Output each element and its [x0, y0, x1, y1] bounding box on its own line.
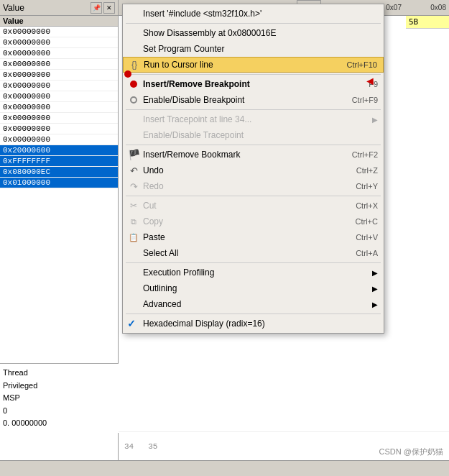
breakpoint-icon	[127, 78, 140, 91]
table-row: 0x00000000	[0, 59, 118, 70]
insert-bookmark-shortcut: Ctrl+F2	[352, 150, 378, 159]
line-num-35: 35	[148, 442, 157, 451]
table-row: 0x00000000	[0, 124, 118, 134]
circle-icon	[127, 93, 140, 106]
set-program-counter-label: Set Program Counter	[143, 44, 378, 54]
enable-tracepoint-label: Enable/Disable Tracepoint	[143, 130, 378, 140]
insert-include-label: Insert '#include <stm32f10x.h>'	[143, 9, 378, 19]
menu-separator-5	[126, 196, 381, 196]
copy-label: Copy	[143, 216, 341, 226]
menu-item-copy[interactable]: ⧉ Copy Ctrl+C	[123, 214, 384, 229]
redo-label: Redo	[143, 181, 341, 191]
status-bar	[0, 460, 449, 476]
menu-item-cut[interactable]: ✂ Cut Ctrl+X	[123, 198, 384, 214]
menu-item-enable-breakpoint[interactable]: Enable/Disable Breakpoint Ctrl+F9	[123, 92, 384, 108]
reg-table-header: Value	[0, 16, 118, 27]
enable-breakpoint-label: Enable/Disable Breakpoint	[143, 95, 338, 105]
menu-item-advanced[interactable]: Advanced ▶	[123, 296, 384, 312]
panel-title: Value	[3, 3, 24, 13]
menu-item-paste[interactable]: 📋 Paste Ctrl+V	[123, 229, 384, 245]
show-disassembly-label: Show Disassembly at 0x0800016E	[143, 28, 378, 38]
menu-item-redo[interactable]: ↷ Redo Ctrl+Y	[123, 178, 384, 194]
paste-label: Paste	[143, 232, 341, 242]
table-row: 0x00000000	[0, 102, 118, 113]
menu-item-hexadecimal-display[interactable]: ✓ Hexadecimal Display (radix=16)	[123, 316, 384, 331]
redo-shortcut: Ctrl+Y	[356, 182, 378, 191]
code-hex-5b: 5B	[406, 16, 449, 29]
copy-icon: ⧉	[127, 215, 140, 228]
undo-icon: ↶	[127, 164, 140, 177]
hex-value-07: 0x07	[386, 4, 429, 12]
table-row-selected: 0x20000600	[0, 145, 118, 156]
cut-label: Cut	[143, 201, 341, 211]
hex-value-08: 0x08	[430, 4, 446, 12]
submenu-arrow-tracepoint: ▶	[372, 116, 378, 124]
menu-separator-1	[126, 23, 381, 24]
table-row: 0x00000000	[0, 91, 118, 102]
menu-item-insert-include[interactable]: Insert '#include <stm32f10x.h>'	[123, 6, 384, 22]
insert-tracepoint-label: Insert Tracepoint at line 34...	[143, 114, 366, 124]
arrow-indicator: ◄	[364, 75, 376, 88]
line-num-34: 34	[124, 442, 134, 451]
run-to-cursor-label: Run to Cursor line	[144, 60, 333, 70]
undo-label: Undo	[143, 165, 342, 175]
msp-label: MSP	[3, 392, 116, 405]
table-row: 0x00000000	[0, 37, 118, 48]
insert-bookmark-label: Insert/Remove Bookmark	[143, 150, 338, 160]
thread-value-label: 0. 00000000	[3, 417, 116, 430]
menu-item-select-all[interactable]: Select All Ctrl+A	[123, 245, 384, 261]
menu-item-undo[interactable]: ↶ Undo Ctrl+Z	[123, 163, 384, 178]
checkmark-icon: ✓	[127, 318, 136, 329]
outlining-label: Outlining	[143, 283, 366, 293]
breakpoint-indicator	[124, 70, 131, 78]
menu-separator-4	[126, 145, 381, 145]
menu-item-run-to-cursor[interactable]: {} Run to Cursor line Ctrl+F10	[123, 57, 384, 73]
left-panel: Value 📌 ✕ Value 0x00000000 0x00000000 0x…	[0, 0, 119, 476]
menu-item-insert-tracepoint[interactable]: Insert Tracepoint at line 34... ▶	[123, 111, 384, 127]
menu-separator-7	[126, 313, 381, 314]
table-row-selected: 0x080000EC	[0, 167, 118, 178]
submenu-arrow-outlining: ▶	[372, 285, 378, 293]
table-row-selected: 0xFFFFFFFF	[0, 156, 118, 167]
submenu-arrow-advanced: ▶	[372, 301, 378, 308]
table-row: 0x00000000	[0, 70, 118, 81]
run-to-cursor-shortcut: Ctrl+F10	[347, 60, 378, 69]
table-row: 0x00000000	[0, 27, 118, 37]
advanced-label: Advanced	[143, 299, 366, 309]
undo-shortcut: Ctrl+Z	[356, 166, 378, 175]
select-all-shortcut: Ctrl+A	[356, 249, 378, 257]
thread-num-label: 0	[3, 405, 116, 418]
privilege-label: Privileged	[3, 380, 116, 393]
register-table: Value 0x00000000 0x00000000 0x00000000 0…	[0, 16, 118, 188]
thread-label: Thread	[3, 367, 116, 380]
menu-separator-3	[126, 109, 381, 110]
menu-item-execution-profiling[interactable]: Execution Profiling ▶	[123, 265, 384, 280]
menu-item-insert-bookmark[interactable]: 🏴 Insert/Remove Bookmark Ctrl+F2	[123, 147, 384, 163]
select-all-label: Select All	[143, 248, 341, 258]
thread-info: Thread Privileged MSP 0 0. 00000000	[0, 363, 119, 433]
context-menu: Insert '#include <stm32f10x.h>' Show Dis…	[122, 4, 384, 334]
menu-item-insert-breakpoint[interactable]: Insert/Remove Breakpoint F9	[123, 76, 384, 92]
bookmark-icon: 🏴	[127, 148, 140, 161]
cut-shortcut: Ctrl+X	[356, 201, 378, 210]
table-row: 0x00000000	[0, 81, 118, 91]
cut-icon: ✂	[127, 199, 140, 212]
close-panel-icon[interactable]: ✕	[103, 2, 115, 14]
copy-shortcut: Ctrl+C	[356, 217, 378, 226]
menu-item-set-program-counter[interactable]: Set Program Counter	[123, 41, 384, 57]
menu-item-show-disassembly[interactable]: Show Disassembly at 0x0800016E	[123, 25, 384, 41]
insert-breakpoint-label: Insert/Remove Breakpoint	[143, 79, 354, 89]
table-row: 0x00000000	[0, 48, 118, 59]
table-row: 0x00000000	[0, 113, 118, 124]
hexadecimal-display-label: Hexadecimal Display (radix=16)	[143, 319, 378, 329]
menu-item-enable-tracepoint[interactable]: Enable/Disable Tracepoint	[123, 127, 384, 143]
menu-separator-6	[126, 262, 381, 263]
pin-icon[interactable]: 📌	[91, 2, 102, 14]
submenu-arrow-profiling: ▶	[372, 269, 378, 277]
table-row: 0x00000000	[0, 134, 118, 145]
value-col-header: Value	[3, 17, 24, 25]
panel-header: Value 📌 ✕	[0, 0, 118, 16]
paste-icon: 📋	[127, 231, 140, 244]
watermark: CSDN @保护奶猫	[379, 447, 443, 457]
menu-item-outlining[interactable]: Outlining ▶	[123, 280, 384, 296]
